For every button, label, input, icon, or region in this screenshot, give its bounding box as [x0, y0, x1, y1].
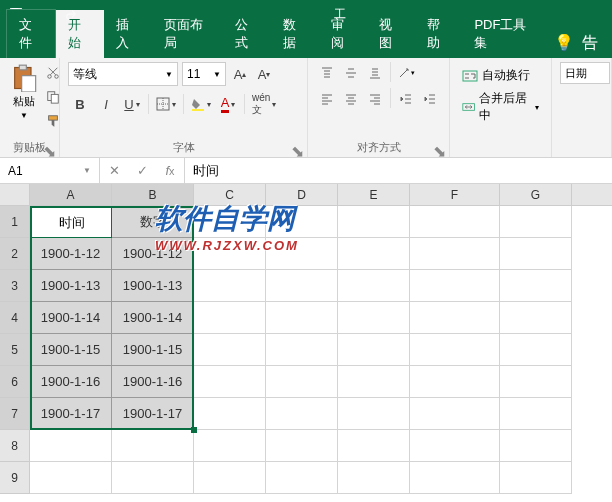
spreadsheet-grid: A B C D E F G 1 2 3 4 5 6 7 8 9 时间 数字 — [0, 184, 612, 494]
cancel-button[interactable]: ✕ — [100, 163, 128, 178]
align-launcher[interactable]: ⬊ — [433, 142, 445, 154]
ribbon-right-icons: 💡 告 — [546, 29, 606, 58]
tab-insert[interactable]: 插入 — [104, 10, 152, 58]
cells-area[interactable]: 时间 数字 1900-1-121900-1-12 1900-1-131900-1… — [30, 206, 572, 494]
clipboard-group: 粘贴 ▼ 剪贴板 ⬊ — [0, 58, 60, 157]
row-header-3[interactable]: 3 — [0, 270, 30, 302]
cell-b3[interactable]: 1900-1-13 — [112, 270, 194, 302]
col-header-a[interactable]: A — [30, 184, 112, 205]
row-header-6[interactable]: 6 — [0, 366, 30, 398]
cell-a5[interactable]: 1900-1-15 — [30, 334, 112, 366]
align-bottom-button[interactable] — [364, 62, 386, 84]
svg-point-7 — [55, 75, 59, 79]
merge-center-button[interactable]: 合并后居中 ▾ — [458, 87, 543, 127]
ribbon: 粘贴 ▼ 剪贴板 ⬊ 等线▼ 11▼ A▴ A▾ B I U▾ ▾ ▾ — [0, 58, 612, 158]
cell-b6[interactable]: 1900-1-16 — [112, 366, 194, 398]
column-headers: A B C D E F G — [0, 184, 612, 206]
align-left-button[interactable] — [316, 88, 338, 110]
align-top-button[interactable] — [316, 62, 338, 84]
align-label: 对齐方式 — [308, 140, 449, 155]
align-right-button[interactable] — [364, 88, 386, 110]
cell-e1[interactable] — [338, 206, 410, 238]
decrease-indent-button[interactable] — [395, 88, 417, 110]
name-box[interactable]: A1▼ — [0, 158, 100, 183]
paste-button[interactable]: 粘贴 ▼ — [8, 62, 40, 132]
cell-b4[interactable]: 1900-1-14 — [112, 302, 194, 334]
formula-input[interactable]: 时间 — [185, 158, 612, 183]
cell-a1[interactable]: 时间 — [30, 206, 112, 238]
cell-b5[interactable]: 1900-1-15 — [112, 334, 194, 366]
cell-b1[interactable]: 数字 — [112, 206, 194, 238]
font-launcher[interactable]: ⬊ — [291, 142, 303, 154]
tab-layout[interactable]: 页面布局 — [152, 10, 224, 58]
wrap-merge-group: 自动换行 合并后居中 ▾ — [450, 58, 552, 157]
row-header-8[interactable]: 8 — [0, 430, 30, 462]
font-color-button[interactable]: A▾ — [216, 92, 240, 116]
row-header-7[interactable]: 7 — [0, 398, 30, 430]
tab-view[interactable]: 视图 — [367, 10, 415, 58]
fill-handle[interactable] — [191, 427, 197, 433]
enter-button[interactable]: ✓ — [128, 163, 156, 178]
font-size-dropdown[interactable]: 11▼ — [182, 62, 226, 86]
fill-color-button[interactable]: ▾ — [188, 92, 214, 116]
decrease-font-button[interactable]: A▾ — [254, 64, 274, 84]
cell-d1[interactable] — [266, 206, 338, 238]
row-header-9[interactable]: 9 — [0, 462, 30, 494]
col-header-d[interactable]: D — [266, 184, 338, 205]
row-header-1[interactable]: 1 — [0, 206, 30, 238]
tab-help[interactable]: 帮助 — [415, 10, 463, 58]
col-header-c[interactable]: C — [194, 184, 266, 205]
svg-rect-5 — [22, 76, 36, 92]
cell-f1[interactable] — [410, 206, 500, 238]
tab-review[interactable]: 审阅 — [319, 10, 367, 58]
col-header-f[interactable]: F — [410, 184, 500, 205]
align-middle-button[interactable] — [340, 62, 362, 84]
orientation-button[interactable]: ▾ — [395, 62, 417, 84]
clipboard-launcher[interactable]: ⬊ — [43, 142, 55, 154]
increase-font-button[interactable]: A▴ — [230, 64, 250, 84]
alignment-group: ▾ 对齐方式 ⬊ — [308, 58, 450, 157]
fx-button[interactable]: fx — [156, 163, 184, 178]
row-header-5[interactable]: 5 — [0, 334, 30, 366]
col-header-g[interactable]: G — [500, 184, 572, 205]
chevron-down-icon: ▼ — [20, 111, 28, 120]
number-group: 日期 — [552, 58, 612, 157]
underline-button[interactable]: U▾ — [120, 92, 144, 116]
tab-file[interactable]: 文件 — [6, 9, 56, 58]
col-header-e[interactable]: E — [338, 184, 410, 205]
tab-formula[interactable]: 公式 — [223, 10, 271, 58]
cell-c1[interactable] — [194, 206, 266, 238]
row-header-4[interactable]: 4 — [0, 302, 30, 334]
svg-rect-9 — [51, 94, 58, 103]
align-center-button[interactable] — [340, 88, 362, 110]
cell-a4[interactable]: 1900-1-14 — [30, 302, 112, 334]
tell-me-icon[interactable]: 💡 — [554, 33, 574, 54]
row-header-2[interactable]: 2 — [0, 238, 30, 270]
number-format-dropdown[interactable]: 日期 — [560, 62, 610, 84]
wrap-text-button[interactable]: 自动换行 — [458, 64, 543, 87]
phonetic-button[interactable]: wén文▾ — [249, 92, 279, 116]
svg-point-6 — [48, 75, 52, 79]
font-name-dropdown[interactable]: 等线▼ — [68, 62, 178, 86]
cell-b2[interactable]: 1900-1-12 — [112, 238, 194, 270]
cell-a7[interactable]: 1900-1-17 — [30, 398, 112, 430]
tab-data[interactable]: 数据 — [271, 10, 319, 58]
select-all-corner[interactable] — [0, 184, 30, 205]
help-icon[interactable]: 告 — [582, 33, 598, 54]
redo-button[interactable] — [60, 2, 84, 26]
col-header-b[interactable]: B — [112, 184, 194, 205]
cell-a3[interactable]: 1900-1-13 — [30, 270, 112, 302]
cell-g1[interactable] — [500, 206, 572, 238]
italic-button[interactable]: I — [94, 92, 118, 116]
cell-a6[interactable]: 1900-1-16 — [30, 366, 112, 398]
svg-rect-4 — [19, 65, 26, 70]
tab-pdf[interactable]: PDF工具集 — [462, 10, 546, 58]
increase-indent-button[interactable] — [419, 88, 441, 110]
row-headers: 1 2 3 4 5 6 7 8 9 — [0, 206, 30, 494]
svg-rect-10 — [49, 116, 58, 120]
svg-rect-12 — [192, 109, 204, 111]
cell-a2[interactable]: 1900-1-12 — [30, 238, 112, 270]
bold-button[interactable]: B — [68, 92, 92, 116]
border-button[interactable]: ▾ — [153, 92, 179, 116]
cell-b7[interactable]: 1900-1-17 — [112, 398, 194, 430]
